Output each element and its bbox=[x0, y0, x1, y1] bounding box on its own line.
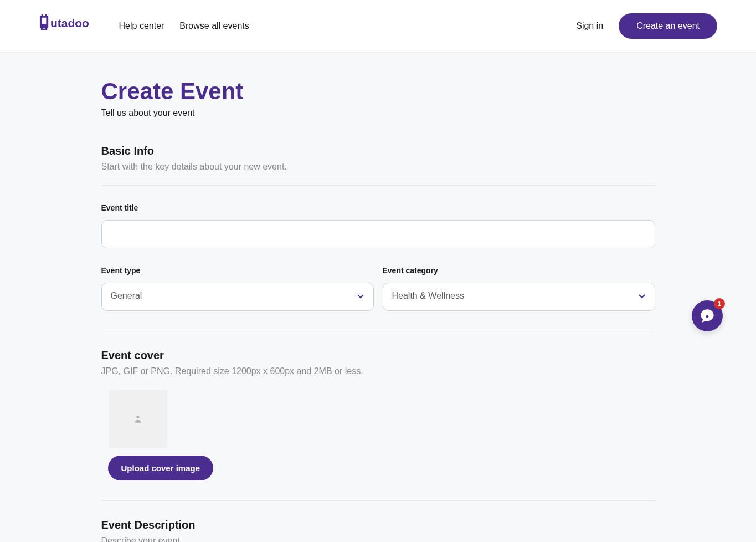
nav-browse-events[interactable]: Browse all events bbox=[179, 21, 249, 31]
divider bbox=[101, 500, 655, 501]
event-type-select[interactable]: General bbox=[101, 283, 374, 311]
basic-info-title: Basic Info bbox=[101, 145, 655, 157]
signin-link[interactable]: Sign in bbox=[576, 21, 603, 31]
chat-icon bbox=[700, 308, 715, 324]
form-row-type-category: Event type General Event category Health… bbox=[101, 266, 655, 311]
svg-text:utadoo: utadoo bbox=[50, 17, 89, 29]
event-cover-subtitle: JPG, GIF or PNG. Required size 1200px x … bbox=[101, 366, 655, 376]
upload-cover-button[interactable]: Upload cover image bbox=[108, 456, 214, 480]
event-type-col: Event type General bbox=[101, 266, 374, 311]
event-category-select-wrapper: Health & Wellness bbox=[383, 283, 655, 311]
svg-point-6 bbox=[706, 315, 709, 318]
event-category-label: Event category bbox=[383, 266, 655, 275]
svg-rect-1 bbox=[42, 18, 47, 24]
svg-rect-2 bbox=[42, 14, 43, 17]
event-title-label: Event title bbox=[101, 203, 655, 212]
chat-widget[interactable]: 1 bbox=[692, 300, 723, 331]
logo[interactable]: utadoo bbox=[39, 14, 102, 38]
event-description-subtitle: Describe your event bbox=[101, 536, 655, 542]
main-container: Create Event Tell us about your event Ba… bbox=[101, 53, 655, 542]
event-description-title: Event Description bbox=[101, 519, 655, 531]
cover-image-placeholder bbox=[109, 390, 167, 448]
chat-badge: 1 bbox=[714, 298, 725, 309]
nav-links: Help center Browse all events bbox=[119, 21, 577, 31]
svg-point-5 bbox=[137, 416, 140, 418]
page-subtitle: Tell us about your event bbox=[101, 108, 655, 118]
page-title: Create Event bbox=[101, 78, 655, 105]
divider bbox=[101, 185, 655, 186]
header-actions: Sign in Create an event bbox=[576, 13, 717, 39]
basic-info-subtitle: Start with the key details about your ne… bbox=[101, 162, 655, 172]
event-cover-title: Event cover bbox=[101, 349, 655, 362]
event-category-col: Event category Health & Wellness bbox=[383, 266, 655, 311]
svg-rect-3 bbox=[45, 14, 47, 17]
divider bbox=[101, 331, 655, 331]
event-category-select[interactable]: Health & Wellness bbox=[383, 283, 655, 311]
person-icon bbox=[132, 413, 143, 425]
nav-help-center[interactable]: Help center bbox=[119, 21, 164, 31]
create-event-button[interactable]: Create an event bbox=[619, 13, 717, 39]
event-type-select-wrapper: General bbox=[101, 283, 374, 311]
header: utadoo Help center Browse all events Sig… bbox=[0, 0, 756, 53]
event-type-label: Event type bbox=[101, 266, 374, 275]
event-title-input[interactable] bbox=[101, 220, 655, 248]
